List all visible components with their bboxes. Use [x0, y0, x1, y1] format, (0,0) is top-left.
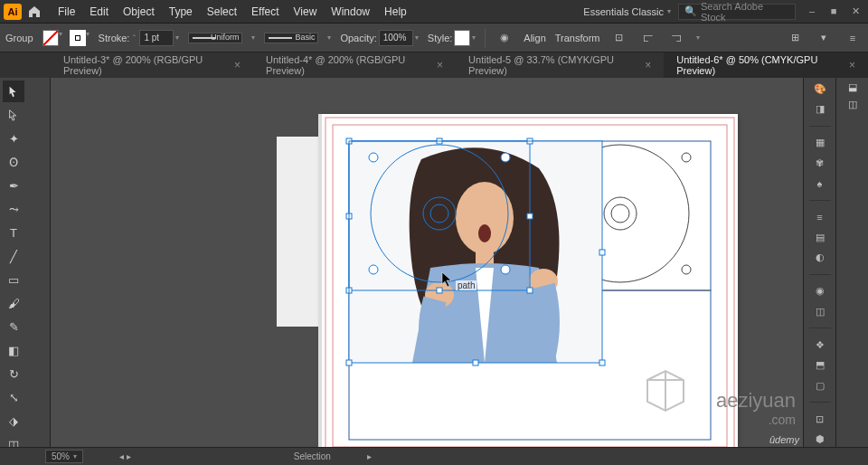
status-nav[interactable]: ◂ ▸ — [119, 451, 131, 461]
more-icon[interactable]: ▾ — [814, 28, 834, 48]
layers-panel-icon[interactable]: ❖ — [809, 337, 831, 352]
pen-tool-icon[interactable]: ✒ — [3, 175, 24, 196]
selection-tool-icon[interactable] — [3, 81, 24, 102]
width-tool-icon[interactable]: ⬗ — [3, 410, 24, 432]
paintbrush-tool-icon[interactable]: 🖌 — [3, 292, 24, 314]
stroke-profile-uniform[interactable]: Uniform — [188, 33, 242, 43]
rotate-tool-icon[interactable]: ↻ — [3, 363, 24, 384]
swatches-panel-icon[interactable]: ▦ — [809, 136, 831, 150]
control-bar: Group ▾ ▾ Stroke: ⌃ ▾ Uniform ▾ Basic ▾ … — [0, 24, 868, 52]
panel-menu-icon[interactable]: ⊞ — [785, 28, 805, 48]
stroke-panel-icon[interactable]: ≡ — [809, 210, 831, 224]
opacity-label: Opacity: — [340, 33, 376, 43]
search-icon: 🔍 — [684, 5, 697, 17]
stroke-label: Stroke: — [99, 33, 130, 43]
brushes-panel-icon[interactable]: ✾ — [809, 156, 831, 170]
isolate-icon[interactable]: ⊡ — [609, 28, 629, 48]
svg-point-15 — [478, 224, 491, 242]
fill-swatch[interactable] — [42, 30, 59, 46]
chevron-down-icon[interactable]: ▾ — [175, 33, 179, 42]
recolor-icon[interactable]: ◉ — [495, 28, 514, 48]
tab-untitled-5[interactable]: Untitled-5 @ 33.7% (CMYK/GPU Preview)× — [456, 52, 664, 78]
menu-object[interactable]: Object — [116, 5, 162, 18]
svg-point-12 — [682, 265, 691, 274]
home-icon[interactable] — [27, 5, 42, 19]
toolbox: ✦ ʘ ✒ ⤳ T ╱ ▭ 🖌 ✎ ◧ ↻ ⤡ ⬗ ◫ ⬢ ▦ ⊞ ▤ ✎ ⧉ … — [0, 78, 51, 447]
transform-label[interactable]: Transform — [555, 33, 600, 43]
svg-point-8 — [611, 204, 629, 223]
zoom-level[interactable]: 50% ▾ — [45, 450, 83, 463]
css-panel-icon[interactable]: ⊡ — [809, 412, 831, 426]
search-input[interactable]: 🔍 Search Adobe Stock — [678, 4, 796, 20]
libraries-panel-icon[interactable]: ◫ — [848, 99, 857, 110]
curvature-tool-icon[interactable]: ⤳ — [3, 198, 24, 220]
color-panel-icon[interactable]: 🎨 — [809, 81, 831, 96]
right-panel-dock-1: 🎨 ◨ ▦ ✾ ♠ ≡ ▤ ◐ ◉ ◫ ❖ ⬒ ▢ ⊡ ⬢ — [803, 78, 835, 447]
menubar: Ai File Edit Object Type Select Effect V… — [0, 0, 868, 24]
menu-help[interactable]: Help — [377, 5, 414, 18]
stroke-profile-basic[interactable]: Basic — [264, 33, 318, 43]
menu-type[interactable]: Type — [162, 5, 200, 18]
minimize-button[interactable]: – — [803, 5, 821, 18]
style-swatch[interactable] — [454, 30, 470, 46]
color-guide-icon[interactable]: ◨ — [809, 101, 831, 116]
menu-edit[interactable]: Edit — [82, 5, 116, 18]
properties-panel-icon[interactable]: ⬓ — [848, 81, 857, 93]
tab-untitled-3[interactable]: Untitled-3* @ 200% (RGB/GPU Preview)× — [51, 52, 253, 78]
svg-panel-icon[interactable]: ⬢ — [809, 432, 831, 447]
tab-untitled-6[interactable]: Untitled-6* @ 50% (CMYK/GPU Preview)× — [664, 52, 868, 78]
shaper-tool-icon[interactable]: ✎ — [3, 316, 24, 337]
align-label[interactable]: Align — [524, 33, 545, 43]
current-tool-label: Selection — [294, 451, 331, 461]
graphic-styles-icon[interactable]: ◫ — [809, 304, 831, 318]
type-tool-icon[interactable]: T — [3, 222, 24, 243]
flyout-icon[interactable]: ≡ — [843, 28, 863, 48]
close-icon[interactable]: × — [645, 59, 651, 71]
eraser-tool-icon[interactable]: ◧ — [3, 339, 24, 361]
close-button[interactable]: ✕ — [846, 5, 864, 18]
lasso-tool-icon[interactable]: ʘ — [3, 151, 24, 173]
symbols-panel-icon[interactable]: ♠ — [809, 176, 831, 190]
chevron-down-icon[interactable]: ▾ — [327, 33, 331, 42]
cursor-tooltip: path — [456, 280, 476, 290]
chevron-down-icon[interactable]: ▾ — [415, 33, 419, 42]
maximize-button[interactable]: ■ — [825, 5, 843, 18]
menu-effect[interactable]: Effect — [244, 5, 286, 18]
rectangle-tool-icon[interactable]: ▭ — [3, 269, 24, 290]
artboards-panel-icon[interactable]: ▢ — [809, 378, 831, 393]
tab-untitled-4[interactable]: Untitled-4* @ 200% (RGB/GPU Preview)× — [253, 52, 456, 78]
align-icon[interactable]: ⫍ — [638, 28, 658, 48]
direct-selection-tool-icon[interactable] — [3, 104, 24, 126]
distribute-icon[interactable]: ⫎ — [667, 28, 687, 48]
close-icon[interactable]: × — [437, 59, 443, 71]
chevron-down-icon[interactable]: ▾ — [472, 33, 476, 42]
transparency-panel-icon[interactable]: ◐ — [809, 250, 831, 264]
chevron-down-icon[interactable]: ▾ — [86, 30, 90, 46]
line-tool-icon[interactable]: ╱ — [3, 245, 24, 267]
stepper-icon[interactable]: ⌃ — [131, 33, 137, 42]
status-flyout[interactable]: ▸ — [367, 451, 372, 461]
chevron-down-icon[interactable]: ▾ — [251, 33, 255, 42]
menu-window[interactable]: Window — [324, 5, 377, 18]
workspace-label: Essentials Classic — [583, 6, 664, 17]
appearance-panel-icon[interactable]: ◉ — [809, 284, 831, 299]
scale-tool-icon[interactable]: ⤡ — [3, 386, 24, 408]
gradient-panel-icon[interactable]: ▤ — [809, 230, 831, 244]
opacity-input[interactable] — [379, 30, 413, 46]
close-icon[interactable]: × — [849, 59, 855, 71]
stroke-weight-input[interactable] — [139, 30, 174, 46]
app-logo-icon: Ai — [4, 4, 22, 20]
workspace-switcher[interactable]: Essentials Classic ▾ — [576, 6, 678, 17]
asset-export-icon[interactable]: ⬒ — [809, 358, 831, 373]
svg-point-7 — [604, 197, 637, 230]
close-icon[interactable]: × — [234, 59, 241, 71]
right-panel-dock-2: ⬓ ◫ — [835, 78, 868, 447]
udemy-brand: ûdemy — [769, 434, 799, 445]
chevron-down-icon[interactable]: ▾ — [696, 33, 700, 42]
magic-wand-tool-icon[interactable]: ✦ — [3, 128, 24, 149]
menu-view[interactable]: View — [287, 5, 325, 18]
svg-point-14 — [456, 182, 514, 254]
menu-file[interactable]: File — [51, 5, 82, 18]
menu-select[interactable]: Select — [200, 5, 244, 18]
canvas-area[interactable]: path aeziyuan .com ûdemy — [51, 78, 803, 447]
